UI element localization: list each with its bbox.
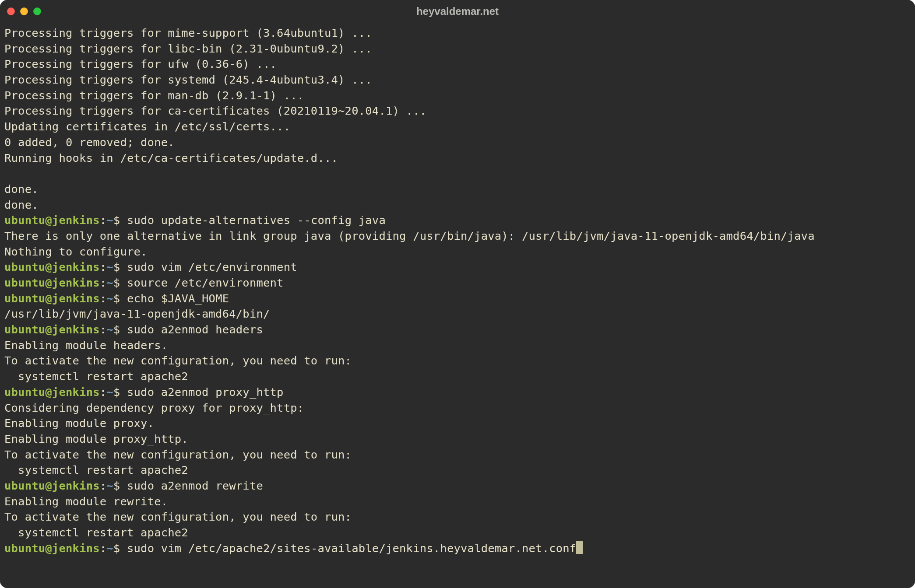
output-text: systemctl restart apache2 <box>4 370 188 383</box>
terminal-output-line: Processing triggers for man-db (2.9.1-1)… <box>4 88 911 104</box>
terminal-output-line: Enabling module headers. <box>4 338 911 354</box>
cursor-icon <box>576 541 583 554</box>
terminal-output-line: systemctl restart apache2 <box>4 462 911 478</box>
output-text: Enabling module rewrite. <box>4 495 168 508</box>
output-text: Processing triggers for ufw (0.36-6) ... <box>4 57 277 70</box>
prompt-symbol: $ <box>113 542 127 555</box>
terminal-window: heyvaldemar.net Processing triggers for … <box>0 0 915 588</box>
close-icon[interactable] <box>7 7 15 15</box>
terminal-output-line: Processing triggers for libc-bin (2.31-0… <box>4 41 911 57</box>
prompt-colon: : <box>100 260 107 273</box>
prompt-colon: : <box>100 292 107 305</box>
prompt-path: ~ <box>106 292 113 305</box>
terminal-output-line: To activate the new configuration, you n… <box>4 353 911 369</box>
minimize-icon[interactable] <box>20 7 28 15</box>
output-text: To activate the new configuration, you n… <box>4 448 352 461</box>
terminal-command-line: ubuntu@jenkins:~$ sudo update-alternativ… <box>4 213 911 228</box>
output-text: Processing triggers for man-db (2.9.1-1)… <box>4 89 304 102</box>
output-text: Updating certificates in /etc/ssl/certs.… <box>4 120 290 133</box>
prompt-user: ubuntu@jenkins <box>4 292 100 305</box>
terminal-output-line: Running hooks in /etc/ca-certificates/up… <box>4 150 911 166</box>
output-text: Processing triggers for ca-certificates … <box>4 104 426 117</box>
command-text: sudo vim /etc/environment <box>127 260 297 273</box>
output-text: /usr/lib/jvm/java-11-openjdk-amd64/bin/ <box>4 307 270 320</box>
output-text: done. <box>4 182 39 196</box>
prompt-user: ubuntu@jenkins <box>4 214 100 227</box>
terminal-output-line: Processing triggers for mime-support (3.… <box>4 25 911 41</box>
output-text: Considering dependency proxy for proxy_h… <box>4 401 304 414</box>
terminal-output-line: Updating certificates in /etc/ssl/certs.… <box>4 119 911 135</box>
prompt-path: ~ <box>106 214 113 227</box>
output-text: Processing triggers for systemd (245.4-4… <box>4 73 372 86</box>
prompt-symbol: $ <box>113 479 127 492</box>
prompt-colon: : <box>100 323 107 336</box>
terminal-output-line: Nothing to configure. <box>4 244 911 260</box>
prompt-symbol: $ <box>113 214 127 227</box>
prompt-user: ubuntu@jenkins <box>4 276 100 289</box>
terminal-output-line: /usr/lib/jvm/java-11-openjdk-amd64/bin/ <box>4 306 911 322</box>
output-text: Processing triggers for mime-support (3.… <box>4 26 372 39</box>
output-text: systemctl restart apache2 <box>4 463 188 476</box>
command-text: sudo a2enmod proxy_http <box>127 385 284 399</box>
prompt-path: ~ <box>106 542 113 555</box>
terminal-body[interactable]: Processing triggers for mime-support (3.… <box>0 23 915 560</box>
terminal-output-line: systemctl restart apache2 <box>4 369 911 385</box>
terminal-output-line: Enabling module proxy_http. <box>4 431 911 447</box>
prompt-path: ~ <box>106 260 113 273</box>
prompt-symbol: $ <box>113 260 127 273</box>
terminal-output-line: There is only one alternative in link gr… <box>4 228 911 244</box>
prompt-path: ~ <box>106 276 113 289</box>
terminal-output-line: 0 added, 0 removed; done. <box>4 135 911 150</box>
terminal-output-line: Enabling module rewrite. <box>4 494 911 510</box>
terminal-output-line: Processing triggers for ca-certificates … <box>4 103 911 119</box>
terminal-output-line: Considering dependency proxy for proxy_h… <box>4 400 911 416</box>
output-text <box>4 167 11 180</box>
terminal-output-line: To activate the new configuration, you n… <box>4 447 911 463</box>
output-text: Nothing to configure. <box>4 245 148 258</box>
terminal-command-line: ubuntu@jenkins:~$ echo $JAVA_HOME <box>4 291 911 307</box>
prompt-user: ubuntu@jenkins <box>4 542 100 555</box>
output-text: There is only one alternative in link gr… <box>4 229 815 242</box>
terminal-output-line: done. <box>4 197 911 213</box>
terminal-command-line: ubuntu@jenkins:~$ sudo vim /etc/apache2/… <box>4 541 911 556</box>
prompt-user: ubuntu@jenkins <box>4 323 100 336</box>
maximize-icon[interactable] <box>33 7 41 15</box>
output-text: Running hooks in /etc/ca-certificates/up… <box>4 151 338 164</box>
prompt-user: ubuntu@jenkins <box>4 479 100 492</box>
terminal-command-line: ubuntu@jenkins:~$ source /etc/environmen… <box>4 275 911 291</box>
terminal-output-line: done. <box>4 182 911 197</box>
prompt-symbol: $ <box>113 323 127 336</box>
prompt-symbol: $ <box>113 292 127 305</box>
traffic-lights <box>7 7 41 15</box>
terminal-command-line: ubuntu@jenkins:~$ sudo a2enmod proxy_htt… <box>4 385 911 400</box>
prompt-colon: : <box>100 385 107 399</box>
terminal-output-line <box>4 166 911 182</box>
command-text: sudo a2enmod rewrite <box>127 479 263 492</box>
command-text: echo $JAVA_HOME <box>127 292 229 305</box>
prompt-colon: : <box>100 479 107 492</box>
terminal-command-line: ubuntu@jenkins:~$ sudo a2enmod rewrite <box>4 478 911 494</box>
prompt-path: ~ <box>106 323 113 336</box>
output-text: Enabling module headers. <box>4 339 168 352</box>
prompt-user: ubuntu@jenkins <box>4 385 100 399</box>
prompt-path: ~ <box>106 479 113 492</box>
window-title: heyvaldemar.net <box>0 5 915 18</box>
command-text: sudo vim /etc/apache2/sites-available/je… <box>127 542 576 555</box>
prompt-user: ubuntu@jenkins <box>4 260 100 273</box>
prompt-symbol: $ <box>113 276 127 289</box>
terminal-command-line: ubuntu@jenkins:~$ sudo a2enmod headers <box>4 322 911 338</box>
output-text: Enabling module proxy_http. <box>4 432 188 445</box>
terminal-output-line: Processing triggers for systemd (245.4-4… <box>4 72 911 88</box>
output-text: To activate the new configuration, you n… <box>4 510 352 523</box>
terminal-command-line: ubuntu@jenkins:~$ sudo vim /etc/environm… <box>4 259 911 275</box>
terminal-output-line: systemctl restart apache2 <box>4 525 911 541</box>
output-text: done. <box>4 198 39 211</box>
output-text: Enabling module proxy. <box>4 416 154 430</box>
output-text: Processing triggers for libc-bin (2.31-0… <box>4 42 372 55</box>
terminal-output-line: To activate the new configuration, you n… <box>4 509 911 525</box>
terminal-output-line: Processing triggers for ufw (0.36-6) ... <box>4 56 911 72</box>
prompt-path: ~ <box>106 385 113 399</box>
prompt-colon: : <box>100 542 107 555</box>
prompt-colon: : <box>100 276 107 289</box>
command-text: sudo update-alternatives --config java <box>127 214 386 227</box>
